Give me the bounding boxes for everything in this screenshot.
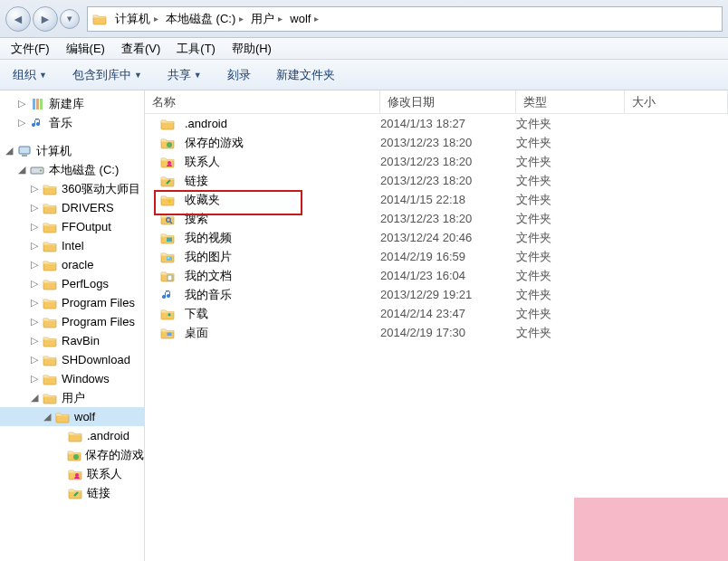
nav-history-dropdown[interactable]: ▾ <box>60 9 80 29</box>
tree-music[interactable]: ▷音乐 <box>0 113 144 132</box>
tb-burn[interactable]: 刻录 <box>222 64 256 86</box>
expand-icon[interactable]: ▷ <box>29 297 40 309</box>
expand-icon[interactable]: ▷ <box>29 316 40 328</box>
tree-user-wolf[interactable]: ◢wolf <box>0 407 144 426</box>
tree-folder[interactable]: ▷RavBin <box>0 331 144 350</box>
chevron-right-icon: ▸ <box>314 14 319 24</box>
tree-new-library[interactable]: ▷新建库 <box>0 94 144 113</box>
file-date: 2014/2/19 16:59 <box>380 250 516 263</box>
tree-folder[interactable]: 联系人 <box>0 464 144 483</box>
list-item[interactable]: 我的文档2014/1/23 16:04文件夹 <box>145 266 728 285</box>
list-item[interactable]: 保存的游戏2013/12/23 18:20文件夹 <box>145 133 728 152</box>
music-icon <box>29 116 45 130</box>
tree-folder[interactable]: ▷Program Files <box>0 312 144 331</box>
tree-folder[interactable]: ▷Program Files <box>0 293 144 312</box>
tree-folder[interactable]: ◢用户 <box>0 388 144 407</box>
tb-new-folder[interactable]: 新建文件夹 <box>271 64 340 86</box>
titlebar: ◄ ► ▾ 计算机▸ 本地磁盘 (C:)▸ 用户▸ wolf▸ <box>0 0 728 38</box>
main-area: ▷新建库 ▷音乐 ◢计算机 ◢本地磁盘 (C:) ▷360驱动大师目▷DRIVE… <box>0 90 728 561</box>
expand-icon[interactable]: ◢ <box>29 392 40 404</box>
list-item[interactable]: .android2014/1/13 18:27文件夹 <box>145 114 728 133</box>
tree-folder[interactable]: ▷Intel <box>0 236 144 255</box>
list-item[interactable]: 我的音乐2013/12/29 19:21文件夹 <box>145 285 728 304</box>
folder-icon <box>42 391 58 405</box>
expand-icon[interactable]: ▷ <box>29 240 40 252</box>
list-item[interactable]: 搜索2013/12/23 18:20文件夹 <box>145 209 728 228</box>
nav-forward-button[interactable]: ► <box>33 6 58 32</box>
file-name: .android <box>185 117 227 130</box>
expand-icon[interactable]: ▷ <box>29 278 40 290</box>
expand-icon[interactable]: ▷ <box>29 373 40 385</box>
chevron-right-icon: ▸ <box>154 14 158 24</box>
col-date[interactable]: 修改日期 <box>380 90 516 113</box>
expand-icon[interactable]: ▷ <box>29 183 40 195</box>
collapse-icon[interactable]: ◢ <box>42 411 53 423</box>
folder-icon <box>42 220 58 234</box>
file-date: 2013/12/23 18:20 <box>380 174 516 187</box>
folder-icon <box>42 353 58 367</box>
tree-folder[interactable]: ▷360驱动大师目 <box>0 179 144 198</box>
tree-label: 360驱动大师目 <box>62 181 140 197</box>
file-type: 文件夹 <box>516 230 625 246</box>
expand-icon[interactable]: ▷ <box>16 98 27 109</box>
file-name: 我的音乐 <box>185 287 232 303</box>
pictures-icon <box>159 250 176 264</box>
library-icon <box>29 97 45 111</box>
crumb-computer[interactable]: 计算机▸ <box>111 7 162 31</box>
crumb-drive[interactable]: 本地磁盘 (C:)▸ <box>162 7 247 31</box>
collapse-icon[interactable]: ◢ <box>16 164 27 176</box>
file-name: 我的文档 <box>185 268 232 284</box>
menu-file[interactable]: 文件(F) <box>5 39 55 59</box>
menu-tools[interactable]: 工具(T) <box>171 39 221 59</box>
list-item[interactable]: 下载2014/2/14 23:47文件夹 <box>145 304 728 323</box>
file-name: 联系人 <box>185 154 220 170</box>
tree-folder[interactable]: ▷FFOutput <box>0 217 144 236</box>
col-size[interactable]: 大小 <box>625 90 728 113</box>
folder-icon <box>159 117 176 131</box>
list-item[interactable]: 链接2013/12/23 18:20文件夹 <box>145 171 728 190</box>
list-item[interactable]: 我的视频2013/12/24 20:46文件夹 <box>145 228 728 247</box>
tree-folder[interactable]: 链接 <box>0 483 144 502</box>
tree-folder[interactable]: ▷DRIVERS <box>0 198 144 217</box>
tree-folder[interactable]: ▷SHDownload <box>0 350 144 369</box>
col-type[interactable]: 类型 <box>516 90 625 113</box>
collapse-icon[interactable]: ◢ <box>4 145 14 157</box>
tree-drive-c[interactable]: ◢本地磁盘 (C:) <box>0 160 144 179</box>
expand-icon[interactable]: ▷ <box>29 354 40 366</box>
list-item[interactable]: 联系人2013/12/23 18:20文件夹 <box>145 152 728 171</box>
tree-computer[interactable]: ◢计算机 <box>0 141 144 160</box>
tree-label: Windows <box>62 372 110 385</box>
folder-icon <box>42 315 58 329</box>
file-type: 文件夹 <box>516 154 625 170</box>
tree-folder[interactable]: ▷oracle <box>0 255 144 274</box>
list-item[interactable]: 桌面2014/2/19 17:30文件夹 <box>145 323 728 342</box>
expand-icon[interactable]: ▷ <box>29 259 40 271</box>
tb-share[interactable]: 共享▼ <box>162 64 207 86</box>
tb-include-in-library[interactable]: 包含到库中▼ <box>67 64 148 86</box>
col-name[interactable]: 名称 <box>145 90 380 113</box>
address-bar[interactable]: 计算机▸ 本地磁盘 (C:)▸ 用户▸ wolf▸ <box>87 6 723 32</box>
expand-icon[interactable]: ▷ <box>29 335 40 347</box>
menu-edit[interactable]: 编辑(E) <box>61 39 110 59</box>
list-item[interactable]: 收藏夹2014/1/15 22:18文件夹 <box>145 190 728 209</box>
expand-icon[interactable]: ▷ <box>29 202 40 214</box>
file-date: 2014/1/23 16:04 <box>380 269 516 282</box>
tb-organize[interactable]: 组织▼ <box>7 64 53 86</box>
tree-folder[interactable]: .android <box>0 426 144 445</box>
file-name: 桌面 <box>185 325 208 341</box>
crumb-users[interactable]: 用户▸ <box>247 7 286 31</box>
tree-folder[interactable]: ▷PerfLogs <box>0 274 144 293</box>
tree-folder[interactable]: 保存的游戏 <box>0 445 144 464</box>
crumb-wolf[interactable]: wolf▸ <box>286 7 322 31</box>
file-date: 2013/12/23 18:20 <box>380 212 516 225</box>
menu-help[interactable]: 帮助(H) <box>226 39 277 59</box>
expand-icon[interactable]: ▷ <box>16 117 27 128</box>
folder-icon <box>42 258 58 272</box>
tree-folder[interactable]: ▷Windows <box>0 369 144 388</box>
menu-view[interactable]: 查看(V) <box>116 39 166 59</box>
games-icon <box>159 136 176 150</box>
expand-icon[interactable]: ▷ <box>29 221 40 233</box>
list-item[interactable]: 我的图片2014/2/19 16:59文件夹 <box>145 247 728 266</box>
file-date: 2014/2/14 23:47 <box>380 307 516 320</box>
nav-back-button[interactable]: ◄ <box>5 6 31 32</box>
